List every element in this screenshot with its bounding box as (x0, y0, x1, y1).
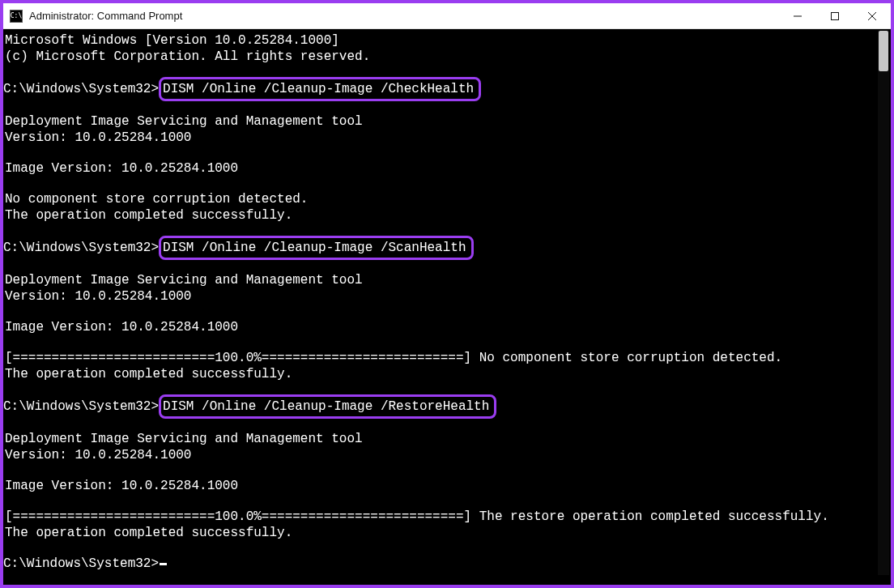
dism-version-line: Version: 10.0.25284.1000 (3, 447, 876, 463)
completed-line: The operation completed successfully. (3, 207, 876, 224)
prompt-path: C:\Windows\System32 (3, 240, 151, 256)
blank-line (3, 146, 876, 160)
final-prompt-text: C:\Windows\System32> (3, 556, 159, 572)
blank-line (3, 494, 876, 509)
image-version-line: Image Version: 10.0.25284.1000 (3, 478, 876, 494)
progress-line: [==========================100.0%=======… (3, 350, 876, 366)
minimize-icon (794, 12, 802, 20)
completed-line: The operation completed successfully. (3, 366, 876, 382)
blank-line (3, 335, 876, 350)
prompt-glyph: > (151, 398, 159, 415)
header-version-line: Microsoft Windows [Version 10.0.25284.10… (3, 32, 876, 49)
title-bar[interactable]: C:\ Administrator: Command Prompt (3, 3, 891, 29)
minimize-button[interactable] (779, 3, 816, 28)
header-copyright-line: (c) Microsoft Corporation. All rights re… (3, 49, 876, 65)
result-line: No component store corruption detected. (3, 191, 876, 207)
progress-line: [==========================100.0%=======… (3, 509, 876, 525)
window-title: Administrator: Command Prompt (29, 10, 779, 22)
window-controls (779, 3, 891, 28)
vertical-scrollbar[interactable] (878, 31, 889, 575)
close-icon (868, 12, 876, 20)
blank-line (3, 177, 876, 191)
dism-tool-line: Deployment Image Servicing and Managemen… (3, 272, 876, 288)
blank-line (3, 541, 876, 556)
image-version-line: Image Version: 10.0.25284.1000 (3, 160, 876, 177)
close-button[interactable] (854, 3, 891, 28)
blank-line (3, 463, 876, 478)
completed-line: The operation completed successfully. (3, 525, 876, 541)
prompt-row-1: C:\Windows\System32>DISM /Online /Cleanu… (3, 238, 876, 258)
cmd-app-icon: C:\ (10, 10, 23, 23)
prompt-glyph: > (151, 240, 159, 256)
terminal-content: Microsoft Windows [Version 10.0.25284.10… (3, 32, 891, 572)
maximize-button[interactable] (816, 3, 854, 28)
final-prompt-row[interactable]: C:\Windows\System32> (3, 556, 876, 572)
prompt-glyph: > (151, 81, 159, 97)
image-version-line: Image Version: 10.0.25284.1000 (3, 319, 876, 335)
prompt-row-0: C:\Windows\System32>DISM /Online /Cleanu… (3, 79, 876, 99)
dism-tool-line: Deployment Image Servicing and Managemen… (3, 431, 876, 447)
terminal-body[interactable]: Microsoft Windows [Version 10.0.25284.10… (3, 29, 891, 585)
highlighted-command-1: DISM /Online /Cleanup-Image /ScanHealth (159, 236, 473, 260)
prompt-row-2: C:\Windows\System32>DISM /Online /Cleanu… (3, 397, 876, 416)
window-frame: C:\ Administrator: Command Prompt Micros… (0, 0, 894, 588)
cursor-icon (160, 563, 167, 565)
dism-version-line: Version: 10.0.25284.1000 (3, 130, 876, 146)
prompt-path: C:\Windows\System32 (3, 398, 151, 415)
blank-line (3, 305, 876, 319)
highlighted-command-0: DISM /Online /Cleanup-Image /CheckHealth (159, 77, 481, 101)
svg-rect-1 (832, 12, 839, 19)
scrollbar-thumb[interactable] (879, 31, 888, 71)
prompt-path: C:\Windows\System32 (3, 81, 151, 97)
highlighted-command-2: DISM /Online /Cleanup-Image /RestoreHeal… (159, 394, 496, 419)
dism-version-line: Version: 10.0.25284.1000 (3, 288, 876, 305)
maximize-icon (831, 12, 839, 20)
dism-tool-line: Deployment Image Servicing and Managemen… (3, 113, 876, 130)
